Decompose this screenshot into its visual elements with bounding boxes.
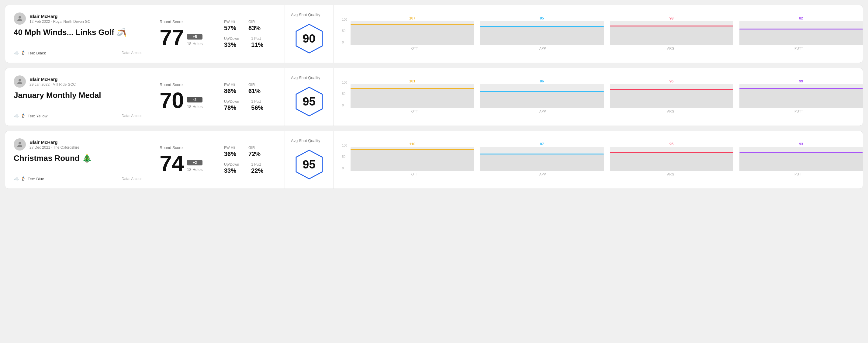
stat-up-down: Up/Down 78% — [224, 99, 239, 111]
stat-fw-hit: FW Hit 57% — [224, 20, 236, 32]
data-source: Data: Arccos — [122, 177, 142, 181]
stat-up-down: Up/Down 33% — [224, 162, 239, 174]
score-label: Round Score — [160, 83, 209, 87]
data-source: Data: Arccos — [122, 114, 142, 118]
tee-info: ☁️ 🏌️ Tee: Black — [14, 51, 46, 55]
card-quality-section: Avg Shot Quality 95 — [285, 68, 334, 126]
player-meta: Blair McHarg 29 Jan 2022 · Mill Ride GCC — [30, 76, 76, 87]
tee-label: Tee: Blue — [28, 177, 44, 181]
stats-row-bottom: Up/Down 33% 1 Putt 11% — [224, 36, 278, 48]
card-footer: ☁️ 🏌️ Tee: Blue Data: Arccos — [14, 176, 142, 181]
card-quality-section: Avg Shot Quality 95 — [285, 131, 334, 189]
score-label: Round Score — [160, 20, 209, 24]
round-title: 40 Mph Winds... Links Golf 🪃 — [14, 28, 142, 37]
round-card-round-1: Blair McHarg 12 Feb 2022 · Royal North D… — [5, 5, 863, 63]
score-number: 77 — [160, 27, 184, 48]
up-down-value: 33% — [224, 41, 239, 48]
player-date: 27 Dec 2021 · The Oxfordshire — [30, 145, 79, 150]
fw-hit-value: 57% — [224, 25, 236, 32]
fw-hit-label: FW Hit — [224, 83, 236, 87]
player-date: 12 Feb 2022 · Royal North Devon GC — [30, 20, 90, 24]
card-footer: ☁️ 🏌️ Tee: Black Data: Arccos — [14, 51, 142, 55]
score-diff-badge: -2 — [187, 97, 203, 102]
card-stats-section: FW Hit 57% GIR 83% Up/Down 33% 1 Putt 11… — [218, 5, 285, 63]
stats-row-bottom: Up/Down 78% 1 Putt 56% — [224, 99, 278, 111]
round-title: Christmas Round 🎄 — [14, 154, 142, 163]
card-score-section: Round Score 70 -2 18 Holes — [151, 68, 218, 126]
quality-number: 90 — [303, 32, 315, 45]
score-label: Round Score — [160, 145, 209, 150]
score-diff-badge: +2 — [187, 160, 203, 165]
player-info: Blair McHarg 27 Dec 2021 · The Oxfordshi… — [14, 138, 142, 151]
gir-value: 83% — [248, 25, 260, 32]
holes-label: 18 Holes — [187, 167, 203, 172]
golf-bag-icon: 🏌️ — [21, 176, 26, 181]
round-card-round-2: Blair McHarg 29 Jan 2022 · Mill Ride GCC… — [5, 68, 863, 126]
fw-hit-value: 36% — [224, 151, 236, 157]
hexagon-container: 95 — [292, 85, 326, 118]
player-meta: Blair McHarg 12 Feb 2022 · Royal North D… — [30, 14, 90, 24]
fw-hit-label: FW Hit — [224, 20, 236, 24]
avatar — [14, 12, 26, 25]
up-down-label: Up/Down — [224, 162, 239, 167]
card-player-section: Blair McHarg 27 Dec 2021 · The Oxfordshi… — [5, 131, 151, 189]
card-player-section: Blair McHarg 29 Jan 2022 · Mill Ride GCC… — [5, 68, 151, 126]
stat-one-putt: 1 Putt 22% — [251, 162, 263, 174]
tee-info: ☁️ 🏌️ Tee: Yellow — [14, 114, 48, 118]
cloud-icon: ☁️ — [14, 176, 19, 181]
stat-one-putt: 1 Putt 56% — [251, 99, 263, 111]
stats-row-top: FW Hit 36% GIR 72% — [224, 146, 278, 157]
stat-gir: GIR 61% — [248, 83, 260, 95]
card-chart-section: 100500 101 86 — [334, 68, 863, 126]
holes-label: 18 Holes — [187, 104, 203, 109]
stats-row-bottom: Up/Down 33% 1 Putt 22% — [224, 162, 278, 174]
title-emoji: 🪃 — [117, 28, 126, 37]
card-footer: ☁️ 🏌️ Tee: Yellow Data: Arccos — [14, 114, 142, 118]
stat-gir: GIR 72% — [248, 146, 260, 157]
avatar — [14, 138, 26, 151]
stats-row-top: FW Hit 57% GIR 83% — [224, 20, 278, 32]
up-down-value: 33% — [224, 167, 239, 174]
up-down-value: 78% — [224, 104, 239, 111]
gir-label: GIR — [248, 20, 260, 24]
cloud-icon: ☁️ — [14, 114, 19, 118]
card-score-section: Round Score 77 +5 18 Holes — [151, 5, 218, 63]
round-title: January Monthly Medal — [14, 91, 142, 100]
gir-value: 61% — [248, 88, 260, 95]
score-number: 70 — [160, 89, 184, 111]
score-badge-area: +2 18 Holes — [187, 160, 203, 172]
player-info: Blair McHarg 12 Feb 2022 · Royal North D… — [14, 12, 142, 25]
score-row: 70 -2 18 Holes — [160, 89, 209, 111]
score-diff-badge: +5 — [187, 34, 203, 39]
card-chart-section: 100500 107 95 — [334, 5, 863, 63]
title-emoji: 🎄 — [82, 154, 92, 163]
fw-hit-value: 86% — [224, 88, 236, 95]
svg-point-2 — [19, 79, 21, 82]
quality-label: Avg Shot Quality — [291, 75, 320, 80]
hexagon-container: 95 — [292, 148, 326, 181]
card-stats-section: FW Hit 36% GIR 72% Up/Down 33% 1 Putt 22… — [218, 131, 285, 189]
one-putt-label: 1 Putt — [251, 99, 263, 104]
player-name: Blair McHarg — [30, 14, 90, 19]
card-player-section: Blair McHarg 12 Feb 2022 · Royal North D… — [5, 5, 151, 63]
golf-bag-icon: 🏌️ — [21, 114, 26, 118]
quality-number: 95 — [303, 158, 315, 171]
one-putt-value: 22% — [251, 167, 263, 174]
holes-label: 18 Holes — [187, 41, 203, 46]
tee-label: Tee: Yellow — [28, 114, 48, 118]
one-putt-value: 11% — [251, 41, 263, 48]
stat-fw-hit: FW Hit 36% — [224, 146, 236, 157]
score-row: 74 +2 18 Holes — [160, 152, 209, 174]
card-chart-section: 100500 110 87 — [334, 131, 863, 189]
card-score-section: Round Score 74 +2 18 Holes — [151, 131, 218, 189]
stats-row-top: FW Hit 86% GIR 61% — [224, 83, 278, 95]
up-down-label: Up/Down — [224, 36, 239, 41]
avatar — [14, 75, 26, 88]
quality-number: 95 — [303, 95, 315, 108]
stat-up-down: Up/Down 33% — [224, 36, 239, 48]
player-date: 29 Jan 2022 · Mill Ride GCC — [30, 83, 76, 87]
tee-label: Tee: Black — [28, 51, 46, 55]
player-meta: Blair McHarg 27 Dec 2021 · The Oxfordshi… — [30, 139, 79, 150]
tee-info: ☁️ 🏌️ Tee: Blue — [14, 176, 44, 181]
fw-hit-label: FW Hit — [224, 146, 236, 150]
